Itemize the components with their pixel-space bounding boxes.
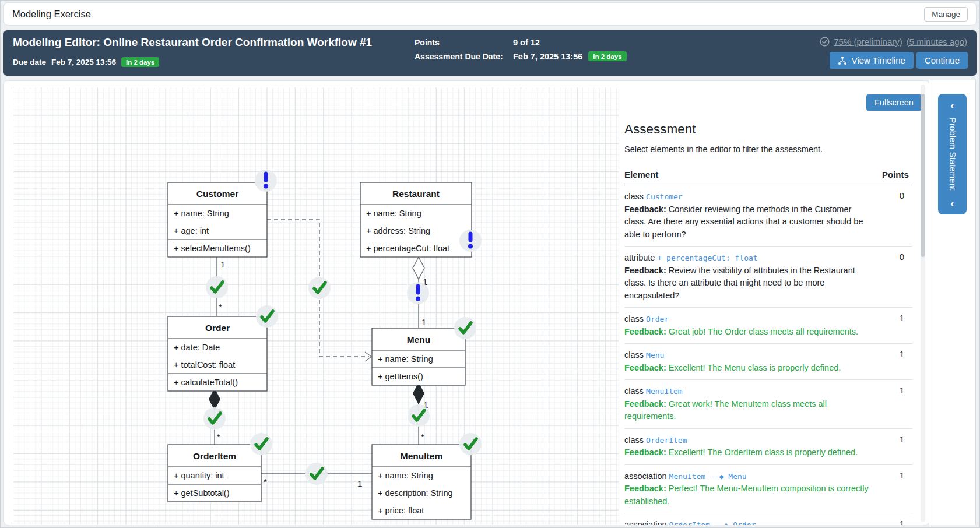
due-date-label: Due date [13,58,46,66]
element-cell: class MenuFeedback: Excellent! The Menu … [624,349,875,374]
class-member: + address: String [366,226,430,235]
element-ref[interactable]: + percentageCut: float [657,254,757,262]
multiplicity-label: 1 [357,478,362,488]
element-ref[interactable]: Order [646,315,669,323]
feedback-warning-icon[interactable] [459,230,482,252]
assessment-row-+[interactable]: attribute + percentageCut: floatFeedback… [624,247,912,308]
points-value: 1 [875,434,912,459]
assessment-due-badge: in 2 days [588,51,626,61]
assessment-subtitle: Select elements in the editor to filter … [624,145,912,154]
class-member: + name: String [174,209,229,218]
element-ref[interactable]: Customer [646,192,683,201]
view-timeline-label: View Timeline [852,55,905,65]
manage-button[interactable]: Manage [924,7,968,22]
timeline-branch-icon [838,56,847,65]
assessment-rows: class CustomerFeedback: Consider reviewi… [624,185,912,525]
assessment-row-menu[interactable]: class MenuFeedback: Excellent! The Menu … [624,344,912,380]
class-member: + price: float [378,506,424,515]
modeling-canvas[interactable]: Customer+ name: String+ age: int+ select… [13,87,619,525]
class-name: Customer [196,189,238,199]
element-cell: class OrderFeedback: Great job! The Orde… [624,313,875,338]
feedback-check-icon[interactable] [459,433,482,455]
class-name: MenuItem [401,451,442,461]
feedback-text: Feedback: Consider reviewing the methods… [624,203,875,241]
uml-class-orderitem[interactable]: OrderItem+ quantity: int+ getSubtotal() [168,445,261,502]
feedback-check-icon[interactable] [203,407,226,430]
element-ref[interactable]: Menu [646,351,664,360]
element-kind: association [624,520,669,525]
scrollbar-thumb[interactable] [921,94,925,257]
assessment-row-orderitem[interactable]: class OrderItemFeedback: Excellent! The … [624,429,912,465]
view-timeline-button[interactable]: View Timeline [830,52,914,69]
element-cell: attribute + percentageCut: floatFeedback… [624,252,875,302]
assessment-title: Assessment [624,122,912,137]
feedback-text: Feedback: Great job! The Order class mee… [624,326,875,339]
exercise-title: Modeling Editor: Online Restaurant Order… [13,36,372,49]
feedback-warning-icon[interactable] [407,282,429,304]
element-kind: association [624,471,669,481]
element-ref[interactable]: OrderItem --◆ Order [669,520,756,525]
feedback-check-icon[interactable] [305,463,328,485]
element-ref[interactable]: MenuItem [646,387,683,396]
multiplicity-label: 1 [220,259,225,269]
feedback-warning-icon[interactable] [255,170,277,192]
fullscreen-button[interactable]: Fullscreen [866,94,922,111]
assessment-row-menuitem[interactable]: class MenuItemFeedback: Great work! The … [624,380,912,429]
element-ref[interactable]: OrderItem [646,436,687,445]
class-member: + percentageCut: float [366,244,449,253]
points-grid: Points 9 of 12 Assessment Due Date: Feb … [415,38,627,61]
points-value: 0 [875,191,912,241]
class-member: + selectMenuItems() [174,244,251,253]
feedback-text: Feedback: Review the visibility of attri… [624,265,875,302]
element-kind: class [624,192,646,201]
feedback-check-icon[interactable] [454,317,476,339]
uml-class-menuitem[interactable]: MenuItem+ name: String+ description: Str… [372,445,471,519]
multiplicity-label: * [264,477,267,487]
assessment-row-customer[interactable]: class CustomerFeedback: Consider reviewi… [624,185,912,247]
feedback-check-icon[interactable] [206,276,228,298]
points-label: Points [415,38,513,47]
element-cell: association OrderItem --◆ OrderFeedback:… [624,519,875,525]
uml-class-order[interactable]: Order+ date: Date+ totalCost: float+ cal… [168,316,267,391]
feedback-check-icon[interactable] [308,277,331,299]
feedback-text: Feedback: Perfect! The Menu-MenuItem com… [624,483,875,508]
element-kind: class [624,386,646,396]
composition-diamond-icon [209,388,220,410]
points-value: 1 [875,385,912,423]
problem-statement-tab[interactable]: ‹ Problem Statement ‹ [938,94,967,214]
assessment-table-header: Element Points [624,170,912,185]
class-member: + getItems() [378,372,423,381]
feedback-check-icon[interactable] [256,305,278,328]
feedback-check-icon[interactable] [250,433,272,455]
class-name: Restaurant [392,189,440,199]
result-score-link[interactable]: 75% (preliminary) [834,37,902,47]
continue-button[interactable]: Continue [916,52,968,69]
chevron-left-icon: ‹ [950,100,954,111]
uml-svg: Customer+ name: String+ age: int+ select… [13,87,619,525]
feedback-check-icon[interactable] [408,404,430,427]
assessment-row-menuitem[interactable]: association MenuItem --◆ MenuFeedback: P… [624,465,912,514]
composition-diamond-icon [413,382,424,404]
class-member: + calculateTotal() [174,378,238,387]
multiplicity-label: 1 [421,317,426,327]
element-cell: association MenuItem --◆ MenuFeedback: P… [624,470,875,508]
assessment-panel: Assessment Select elements in the editor… [624,122,912,525]
uml-class-customer[interactable]: Customer+ name: String+ age: int+ select… [168,182,267,257]
feedback-text: Feedback: Excellent! The OrderItem class… [624,446,875,459]
class-member: + getSubtotal() [174,488,230,498]
feedback-text: Feedback: Great work! The MenuItem class… [624,398,875,423]
assessment-row-order[interactable]: class OrderFeedback: Great job! The Orde… [624,308,912,344]
element-kind: class [624,314,646,323]
element-cell: class OrderItemFeedback: Excellent! The … [624,434,875,459]
element-kind: attribute [624,253,657,262]
assessment-due-value: Feb 7, 2025 13:56 [513,52,582,61]
uml-class-restaurant[interactable]: Restaurant+ name: String+ address: Strin… [360,182,472,257]
uml-class-menu[interactable]: Menu+ name: String+ getItems() [372,328,465,385]
element-ref[interactable]: MenuItem --◆ Menu [669,472,747,481]
assessment-row-orderitem[interactable]: association OrderItem --◆ OrderFeedback:… [624,513,912,525]
points-value: 0 [875,252,912,302]
multiplicity-label: * [421,432,424,442]
class-member: + name: String [366,209,421,218]
points-value: 9 of 12 [513,38,627,47]
result-time-link[interactable]: (5 minutes ago) [907,37,967,47]
